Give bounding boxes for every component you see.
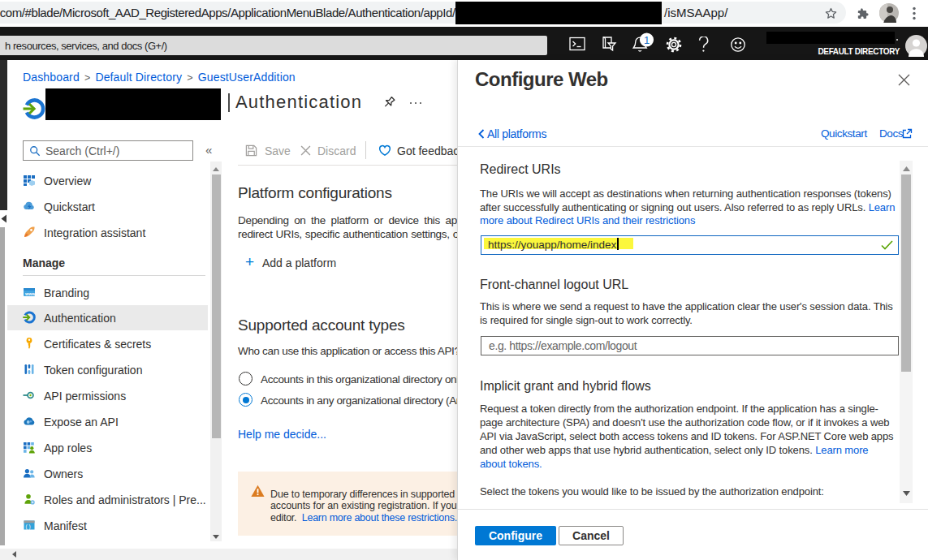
svg-text:www: www — [24, 291, 36, 296]
svg-text:( ): ( ) — [26, 523, 31, 530]
svg-text:1: 1 — [644, 34, 650, 46]
